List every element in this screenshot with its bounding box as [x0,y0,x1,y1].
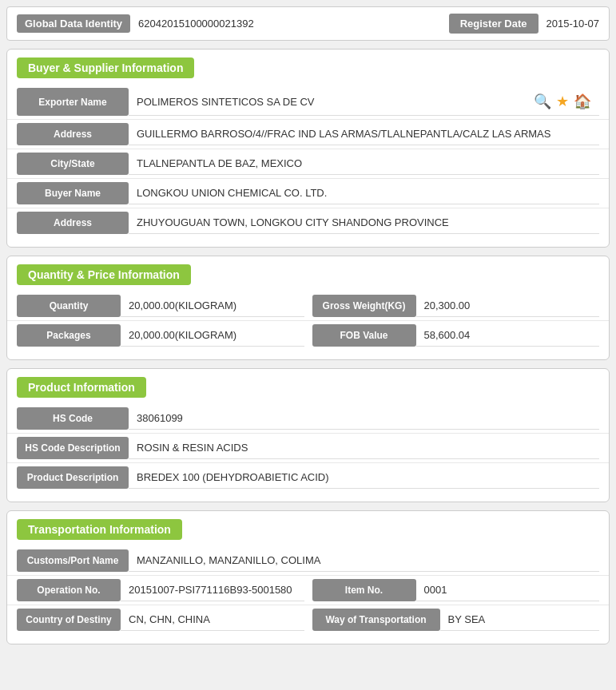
buyer-supplier-section: Buyer & Supplier Information Exporter Na… [6,49,610,248]
product-title: Product Information [17,377,146,398]
product-desc-value: BREDEX 100 (DEHYDROABIETIC ACID) [129,466,599,489]
way-transport-label: Way of Transportation [312,609,440,631]
customs-port-row: Customs/Port Name MANZANILLO, MANZANILLO… [7,546,609,576]
country-destiny-value: CN, CHN, CHINA [121,609,304,631]
quantity-label: Quantity [17,295,121,317]
fob-value-value: 58,600.04 [416,324,600,347]
transportation-section: Transportation Information Customs/Port … [6,510,610,644]
buyer-address-row: Address ZHUYOUGUAN TOWN, LONGKOU CITY SH… [7,208,609,237]
gross-weight-group: Gross Weight(KG) 20,300.00 [312,295,600,317]
exporter-address-label: Address [17,123,129,145]
buyer-supplier-header: Buyer & Supplier Information [7,50,609,85]
gross-weight-label: Gross Weight(KG) [312,295,416,317]
quantity-price-title: Quantity & Price Information [17,264,191,285]
way-transport-group: Way of Transportation BY SEA [312,609,600,631]
country-destiny-label: Country of Destiny [17,609,121,631]
transportation-title: Transportation Information [17,519,182,540]
global-data-value: 62042015100000021392 [138,18,449,30]
quantity-group: Quantity 20,000.00(KILOGRAM) [17,295,304,317]
transportation-header: Transportation Information [7,511,609,546]
gross-weight-value: 20,300.00 [416,295,600,317]
register-date-value: 2015-10-07 [546,18,600,30]
exporter-name-label: Exporter Name [17,88,129,116]
quantity-price-section: Quantity & Price Information Quantity 20… [6,256,610,360]
fob-value-label: FOB Value [312,324,416,347]
packages-group: Packages 20,000.00(KILOGRAM) [17,324,304,347]
hs-code-desc-row: HS Code Description ROSIN & RESIN ACIDS [7,434,609,463]
customs-port-value: MANZANILLO, MANZANILLO, COLIMA [129,549,599,572]
home-icon[interactable]: 🏠 [574,93,591,110]
operation-label: Operation No. [17,579,121,601]
buyer-address-value: ZHUYOUGUAN TOWN, LONGKOU CITY SHANDONG P… [129,212,599,234]
customs-port-label: Customs/Port Name [17,549,129,572]
quantity-value: 20,000.00(KILOGRAM) [121,295,304,317]
buyer-supplier-title: Buyer & Supplier Information [17,58,194,78]
packages-value: 20,000.00(KILOGRAM) [121,324,304,347]
city-state-row: City/State TLALNEPANTLA DE BAZ, MEXICO [7,149,609,179]
exporter-name-row: Exporter Name POLIMEROS SINTETICOS SA DE… [7,85,609,120]
item-no-label: Item No. [312,579,416,601]
exporter-address-value: GUILLERMO BARROSO/4//FRAC IND LAS ARMAS/… [129,123,599,145]
item-no-group: Item No. 0001 [312,579,600,601]
city-state-label: City/State [17,153,129,175]
hs-code-label: HS Code [17,407,129,430]
hs-code-row: HS Code 38061099 [7,404,609,434]
packages-label: Packages [17,324,121,347]
country-transport-row: Country of Destiny CN, CHN, CHINA Way of… [7,605,609,634]
operation-group: Operation No. 20151007-PSI771116B93-5001… [17,579,304,601]
hs-code-desc-value: ROSIN & RESIN ACIDS [129,437,599,459]
item-no-value: 0001 [416,579,600,601]
buyer-address-label: Address [17,212,129,234]
quantity-grossweight-row: Quantity 20,000.00(KILOGRAM) Gross Weigh… [7,291,609,321]
global-data-bar: Global Data Identity 6204201510000002139… [6,6,610,41]
hs-code-desc-label: HS Code Description [17,437,129,459]
way-transport-value: BY SEA [440,609,600,631]
country-destiny-group: Country of Destiny CN, CHN, CHINA [17,609,304,631]
buyer-name-value: LONGKOU UNION CHEMICAL CO. LTD. [129,182,599,204]
global-data-label: Global Data Identity [17,14,130,33]
exporter-icons: 🔍 ★ 🏠 [534,93,591,110]
buyer-name-row: Buyer Name LONGKOU UNION CHEMICAL CO. LT… [7,179,609,208]
exporter-name-value-wrap: POLIMEROS SINTETICOS SA DE CV 🔍 ★ 🏠 [129,88,599,116]
product-header: Product Information [7,369,609,404]
operation-value: 20151007-PSI771116B93-5001580 [121,579,304,601]
product-desc-label: Product Description [17,466,129,489]
operation-item-row: Operation No. 20151007-PSI771116B93-5001… [7,576,609,605]
city-state-value: TLALNEPANTLA DE BAZ, MEXICO [129,153,599,175]
quantity-price-header: Quantity & Price Information [7,256,609,291]
product-section: Product Information HS Code 38061099 HS … [6,368,610,502]
exporter-address-row: Address GUILLERMO BARROSO/4//FRAC IND LA… [7,120,609,149]
hs-code-value: 38061099 [129,407,599,430]
register-date-button[interactable]: Register Date [449,14,539,34]
buyer-name-label: Buyer Name [17,182,129,204]
fob-value-group: FOB Value 58,600.04 [312,324,600,347]
packages-fob-row: Packages 20,000.00(KILOGRAM) FOB Value 5… [7,321,609,350]
exporter-name-value: POLIMEROS SINTETICOS SA DE CV [137,96,527,108]
page-wrapper: Global Data Identity 6204201510000002139… [0,0,616,659]
star-icon[interactable]: ★ [556,93,569,110]
product-desc-row: Product Description BREDEX 100 (DEHYDROA… [7,463,609,492]
search-icon[interactable]: 🔍 [534,93,551,110]
